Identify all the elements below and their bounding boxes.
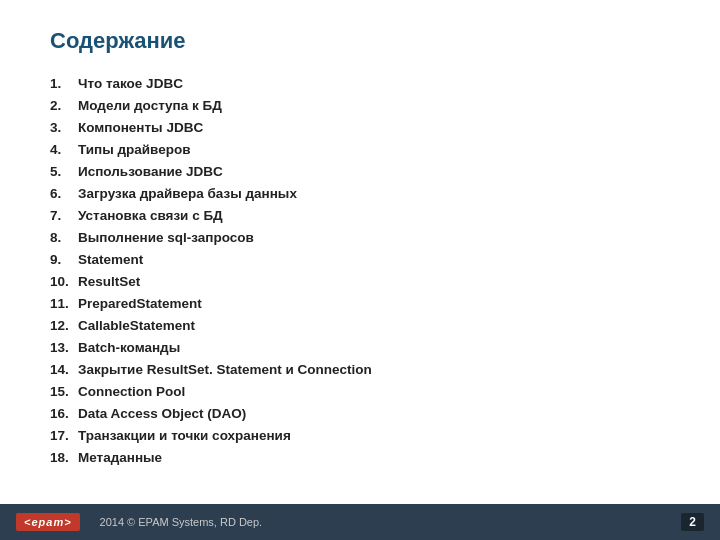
toc-item-label-7: Установка связи с БД — [78, 208, 223, 223]
toc-item-15: 15.Connection Pool — [50, 384, 670, 399]
footer: <epam> 2014 © EPAM Systems, RD Dep. 2 — [0, 504, 720, 540]
toc-item-label-14: Закрытие ResultSet. Statement и Connecti… — [78, 362, 372, 377]
slide-content: Содержание 1.Что такое JDBC2.Модели дост… — [0, 0, 720, 504]
toc-item-label-17: Транзакции и точки сохранения — [78, 428, 291, 443]
toc-item-num-18: 18. — [50, 450, 78, 465]
toc-item-label-18: Метаданные — [78, 450, 162, 465]
toc-item-num-1: 1. — [50, 76, 78, 91]
footer-logo: <epam> — [16, 513, 80, 531]
toc-item-label-11: PreparedStatement — [78, 296, 202, 311]
toc-item-7: 7.Установка связи с БД — [50, 208, 670, 223]
toc-item-label-1: Что такое JDBC — [78, 76, 183, 91]
toc-item-num-2: 2. — [50, 98, 78, 113]
toc-item-label-2: Модели доступа к БД — [78, 98, 222, 113]
toc-item-1: 1.Что такое JDBC — [50, 76, 670, 91]
toc-item-4: 4.Типы драйверов — [50, 142, 670, 157]
toc-item-num-13: 13. — [50, 340, 78, 355]
toc-item-label-12: CallableStatement — [78, 318, 195, 333]
toc-item-12: 12.CallableStatement — [50, 318, 670, 333]
toc-item-6: 6.Загрузка драйвера базы данных — [50, 186, 670, 201]
toc-item-label-8: Выполнение sql-запросов — [78, 230, 254, 245]
toc-item-num-14: 14. — [50, 362, 78, 377]
toc-item-17: 17.Транзакции и точки сохранения — [50, 428, 670, 443]
toc-item-num-8: 8. — [50, 230, 78, 245]
toc-item-label-9: Statement — [78, 252, 143, 267]
toc-item-14: 14.Закрытие ResultSet. Statement и Conne… — [50, 362, 670, 377]
toc-item-num-16: 16. — [50, 406, 78, 421]
toc-item-num-7: 7. — [50, 208, 78, 223]
toc-item-label-6: Загрузка драйвера базы данных — [78, 186, 297, 201]
toc-item-13: 13.Batch-команды — [50, 340, 670, 355]
toc-item-num-11: 11. — [50, 296, 78, 311]
slide: Содержание 1.Что такое JDBC2.Модели дост… — [0, 0, 720, 540]
toc-item-label-15: Connection Pool — [78, 384, 185, 399]
slide-title: Содержание — [50, 28, 670, 54]
toc-item-2: 2.Модели доступа к БД — [50, 98, 670, 113]
toc-item-9: 9.Statement — [50, 252, 670, 267]
toc-item-label-4: Типы драйверов — [78, 142, 191, 157]
toc-item-num-4: 4. — [50, 142, 78, 157]
toc-item-label-5: Использование JDBC — [78, 164, 223, 179]
toc-item-18: 18.Метаданные — [50, 450, 670, 465]
footer-page: 2 — [681, 513, 704, 531]
toc-item-num-10: 10. — [50, 274, 78, 289]
toc-item-num-15: 15. — [50, 384, 78, 399]
toc-item-num-9: 9. — [50, 252, 78, 267]
toc-list: 1.Что такое JDBC2.Модели доступа к БД3.К… — [50, 76, 670, 465]
toc-item-10: 10.ResultSet — [50, 274, 670, 289]
toc-item-3: 3.Компоненты JDBC — [50, 120, 670, 135]
toc-item-num-6: 6. — [50, 186, 78, 201]
toc-item-num-12: 12. — [50, 318, 78, 333]
toc-item-8: 8.Выполнение sql-запросов — [50, 230, 670, 245]
toc-item-label-16: Data Access Object (DAO) — [78, 406, 246, 421]
toc-item-5: 5.Использование JDBC — [50, 164, 670, 179]
toc-item-16: 16.Data Access Object (DAO) — [50, 406, 670, 421]
footer-copyright: 2014 © EPAM Systems, RD Dep. — [100, 516, 263, 528]
toc-item-11: 11.PreparedStatement — [50, 296, 670, 311]
toc-item-label-13: Batch-команды — [78, 340, 180, 355]
toc-item-label-3: Компоненты JDBC — [78, 120, 203, 135]
toc-item-num-5: 5. — [50, 164, 78, 179]
toc-item-num-3: 3. — [50, 120, 78, 135]
toc-item-num-17: 17. — [50, 428, 78, 443]
toc-item-label-10: ResultSet — [78, 274, 140, 289]
